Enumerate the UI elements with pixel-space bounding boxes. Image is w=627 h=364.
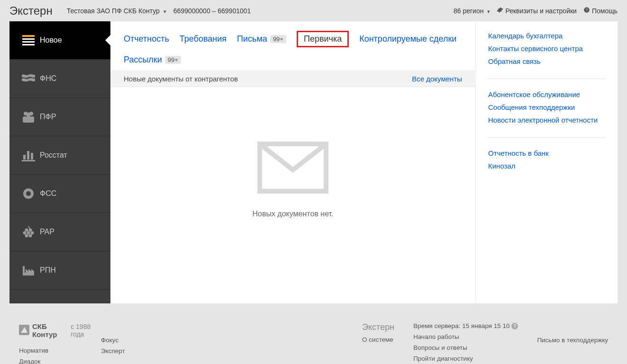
side-link[interactable]: Новости электронной отчетности — [488, 116, 605, 124]
question-icon: ? — [583, 7, 590, 15]
gear-icon — [497, 7, 503, 15]
region-selector[interactable]: 86 регион — [454, 7, 490, 15]
sidebar-item-label: ПФР — [40, 113, 56, 121]
side-link[interactable]: Календарь бухгалтера — [488, 32, 605, 40]
sidebar-item-label: Росстат — [40, 151, 67, 160]
side-link[interactable]: Отчетность в банк — [488, 149, 605, 157]
disc-icon — [19, 187, 38, 200]
sidebar-item-label: Новое — [40, 36, 62, 44]
svg-rect-13 — [31, 153, 33, 160]
sidebar-item-fss[interactable]: ФСС — [9, 175, 110, 213]
footer-link[interactable]: Эксперт — [101, 347, 183, 355]
svg-rect-3 — [22, 38, 35, 40]
svg-point-16 — [25, 229, 28, 232]
flag-icon — [19, 73, 38, 84]
question-icon[interactable]: ? — [511, 323, 518, 329]
svg-rect-9 — [23, 116, 34, 123]
side-link[interactable]: Абонентское обслуживание — [488, 90, 605, 98]
sidebar-item-fns[interactable]: ФНС — [9, 60, 110, 98]
settings-link[interactable]: Реквизиты и настройки — [497, 7, 576, 15]
logo-icon — [19, 325, 29, 337]
side-link[interactable]: Обратная связь — [488, 57, 605, 65]
sidebar-item-rpn[interactable]: РПН — [9, 251, 110, 290]
tab-letters[interactable]: Письма 99+ — [237, 33, 286, 45]
footer-link[interactable]: Диадок — [19, 358, 101, 364]
sidebar-item-label: РАР — [40, 228, 55, 236]
svg-rect-4 — [22, 41, 35, 43]
app-brand: Экстерн — [9, 4, 53, 18]
tab-primary-docs[interactable]: Первичка — [297, 31, 349, 47]
help-link[interactable]: ? Помощь — [583, 7, 618, 15]
factory-icon — [19, 264, 38, 276]
empty-text: Новых документов нет. — [110, 210, 475, 218]
side-links: Календарь бухгалтера Контакты сервисного… — [475, 21, 618, 303]
sidebar-item-rar[interactable]: РАР — [9, 213, 110, 251]
empty-state: Новых документов нет. — [110, 87, 475, 303]
top-bar: Экстерн Тестовая ЗАО ПФ СКБ Контур 66990… — [0, 0, 627, 21]
badge: 99+ — [270, 35, 286, 43]
footer-link[interactable]: Пройти диагностику — [413, 355, 518, 362]
company-logo: СКБ Контур с 1988 года — [19, 322, 101, 338]
subhead-title: Новые документы от контрагентов — [124, 75, 238, 83]
chevron-down-icon — [485, 7, 490, 15]
svg-rect-11 — [23, 155, 26, 160]
list-icon — [19, 35, 38, 45]
svg-rect-2 — [22, 35, 35, 37]
tab-demands[interactable]: Требования — [180, 33, 227, 45]
svg-point-8 — [27, 113, 31, 117]
footer-link[interactable]: Начало работы — [413, 333, 518, 340]
svg-rect-12 — [27, 151, 29, 160]
side-link[interactable]: Контакты сервисного центра — [488, 44, 605, 53]
badge: 99+ — [165, 56, 181, 64]
sidebar-item-label: ФНС — [40, 74, 56, 83]
sidebar-item-pfr[interactable]: ПФР — [9, 98, 110, 136]
sidebar-item-rosstat[interactable]: Росстат — [9, 136, 110, 175]
envelope-icon — [255, 190, 331, 197]
sidebar: Новое ФНС ПФР Росстат — [9, 21, 110, 303]
grapes-icon — [19, 225, 38, 239]
footer-link[interactable]: Норматив — [19, 347, 101, 354]
footer-link[interactable]: Фокус — [101, 337, 183, 344]
org-selector[interactable]: Тестовая ЗАО ПФ СКБ Контур — [67, 7, 166, 15]
chevron-down-icon — [162, 7, 166, 15]
footer-link[interactable]: О системе — [362, 336, 394, 343]
org-name: Тестовая ЗАО ПФ СКБ Контур — [67, 7, 160, 15]
region-label: 86 регион — [454, 7, 483, 15]
sidebar-item-label: ФСС — [40, 189, 56, 198]
tab-controlled-deals[interactable]: Контролируемые сделки — [359, 33, 456, 45]
server-time: Время сервера: 15 января 15 10 ? — [413, 322, 518, 329]
footer-link[interactable]: Вопросы и ответы — [413, 344, 518, 351]
side-link[interactable]: Кинозал — [488, 162, 605, 170]
sidebar-item-new[interactable]: Новое — [9, 21, 110, 60]
tabs: Отчетность Требования Письма 99+ Первичк… — [110, 21, 475, 71]
svg-point-18 — [27, 231, 30, 235]
footer: СКБ Контур с 1988 года Норматив Диадок Ф… — [0, 313, 627, 364]
svg-point-19 — [23, 231, 27, 235]
svg-point-22 — [29, 234, 32, 238]
svg-text:?: ? — [586, 8, 588, 12]
svg-point-15 — [26, 191, 31, 196]
sidebar-item-label: РПН — [40, 266, 56, 275]
org-codes: 6699000000 – 669901001 — [173, 7, 251, 15]
svg-point-17 — [29, 229, 32, 232]
svg-point-20 — [31, 231, 34, 235]
all-documents-link[interactable]: Все документы — [412, 75, 462, 83]
side-link[interactable]: Сообщения техподдержки — [488, 103, 605, 111]
people-icon — [19, 111, 38, 123]
svg-point-21 — [25, 234, 28, 238]
footer-link[interactable]: Письмо в техподдержку — [537, 337, 608, 344]
tab-reports[interactable]: Отчетность — [124, 33, 169, 45]
svg-rect-10 — [22, 160, 35, 161]
footer-product: Экстерн — [362, 322, 394, 332]
bar-chart-icon — [19, 149, 38, 161]
tab-newsletters[interactable]: Рассылки 99+ — [124, 54, 181, 66]
svg-rect-5 — [22, 44, 35, 45]
